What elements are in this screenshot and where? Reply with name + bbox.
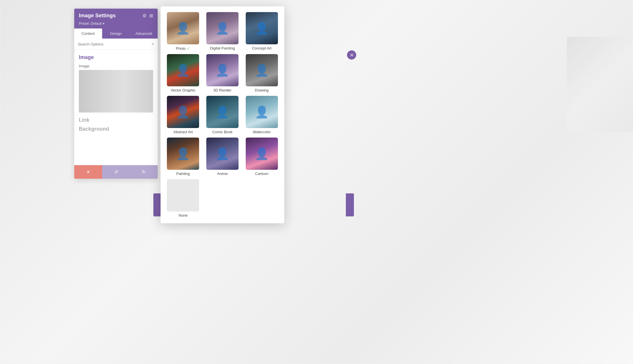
image-section-label: Image	[79, 54, 153, 60]
background-section-label: Background	[79, 126, 153, 132]
style-thumb-none	[167, 179, 199, 211]
style-thumb-anime: 👤	[206, 138, 239, 170]
style-picker-modal: 👤Photo✓👤Digital Painting👤Concept Art👤Vec…	[161, 6, 284, 223]
style-thumb-watercolor: 👤	[246, 96, 278, 128]
tab-design[interactable]: Design	[102, 28, 130, 39]
style-thumb-abstract-art: 👤	[167, 96, 199, 128]
tab-advanced[interactable]: Advanced	[130, 28, 158, 39]
style-thumb-photo: 👤	[167, 12, 199, 44]
style-thumb-vector-graphic: 👤	[167, 54, 199, 86]
link-section-label: Link	[79, 117, 153, 123]
sidebar-header-icons: ⚙ ⊞	[142, 13, 153, 18]
modal-close-button[interactable]: ✕	[347, 50, 356, 60]
style-thumb-comic-book: 👤	[206, 96, 239, 128]
close-icon: ✕	[350, 52, 354, 58]
style-item-concept-art[interactable]: 👤Concept Art	[244, 12, 280, 51]
style-item-digital-painting[interactable]: 👤Digital Painting	[205, 12, 241, 51]
undo-button[interactable]: ↺	[102, 165, 130, 179]
sidebar-body: Image Image Link Background	[74, 50, 158, 165]
style-label-drawing: Drawing	[255, 88, 269, 92]
style-thumb-3d-render: 👤	[206, 54, 239, 86]
style-item-watercolor[interactable]: 👤Watercolor	[244, 96, 280, 134]
style-label-photo: Photo	[176, 46, 186, 51]
image-field-label: Image	[79, 64, 153, 68]
sidebar-header: Image Settings ⚙ ⊞	[74, 9, 158, 22]
redo-button[interactable]: ↻	[130, 165, 158, 179]
cancel-button[interactable]: ✕	[74, 165, 102, 179]
style-label-3d-render: 3D Render	[213, 88, 232, 92]
style-label-abstract-art: Abstract Art	[173, 130, 193, 134]
tab-content[interactable]: Content	[74, 28, 102, 39]
style-item-cartoon[interactable]: 👤Cartoon	[244, 138, 280, 176]
sidebar-tabs: Content Design Advanced	[74, 28, 158, 39]
style-item-abstract-art[interactable]: 👤Abstract Art	[165, 96, 201, 134]
selected-check-photo: ✓	[187, 46, 190, 51]
style-thumb-digital-painting: 👤	[206, 12, 239, 44]
style-item-none[interactable]: None	[165, 179, 201, 218]
preset-selector[interactable]: Preset: Default ▾	[74, 22, 158, 28]
style-label-comic-book: Comic Book	[212, 130, 232, 134]
expand-icon[interactable]: ⊞	[149, 13, 153, 18]
style-label-anime: Anime	[217, 171, 228, 176]
style-item-anime[interactable]: 👤Anime	[205, 138, 241, 176]
sidebar-footer: ✕ ↺ ↻	[74, 165, 158, 179]
style-label-digital-painting: Digital Painting	[210, 46, 235, 50]
room-preview-image	[567, 37, 633, 132]
style-thumb-drawing: 👤	[246, 54, 278, 86]
style-item-photo[interactable]: 👤Photo✓	[165, 12, 201, 51]
style-label-painting: Painting	[176, 171, 190, 176]
add-icon[interactable]: +	[152, 41, 154, 47]
settings-icon[interactable]: ⚙	[142, 13, 146, 18]
style-item-drawing[interactable]: 👤Drawing	[244, 54, 280, 92]
style-grid: 👤Photo✓👤Digital Painting👤Concept Art👤Vec…	[165, 12, 280, 218]
image-preview-inner	[79, 70, 153, 113]
style-label-cartoon: Cartoon	[255, 171, 268, 176]
style-label-concept-art: Concept Art	[252, 46, 272, 50]
left-side-button[interactable]	[153, 193, 161, 216]
style-label-vector-graphic: Vector Graphic	[171, 88, 195, 92]
search-bar: +	[74, 39, 158, 50]
style-item-vector-graphic[interactable]: 👤Vector Graphic	[165, 54, 201, 92]
style-item-3d-render[interactable]: 👤3D Render	[205, 54, 241, 92]
sidebar-title: Image Settings	[79, 13, 116, 19]
style-thumb-painting: 👤	[167, 138, 199, 170]
right-side-button[interactable]	[346, 193, 354, 216]
style-label-none: None	[179, 213, 188, 218]
style-label-watercolor: Watercolor	[253, 130, 270, 134]
style-item-painting[interactable]: 👤Painting	[165, 138, 201, 176]
style-item-comic-book[interactable]: 👤Comic Book	[205, 96, 241, 134]
style-thumb-concept-art: 👤	[246, 12, 278, 44]
image-settings-panel: Image Settings ⚙ ⊞ Preset: Default ▾ Con…	[74, 9, 158, 179]
image-preview[interactable]	[79, 70, 153, 113]
search-input[interactable]	[78, 42, 149, 46]
style-thumb-cartoon: 👤	[246, 138, 278, 170]
